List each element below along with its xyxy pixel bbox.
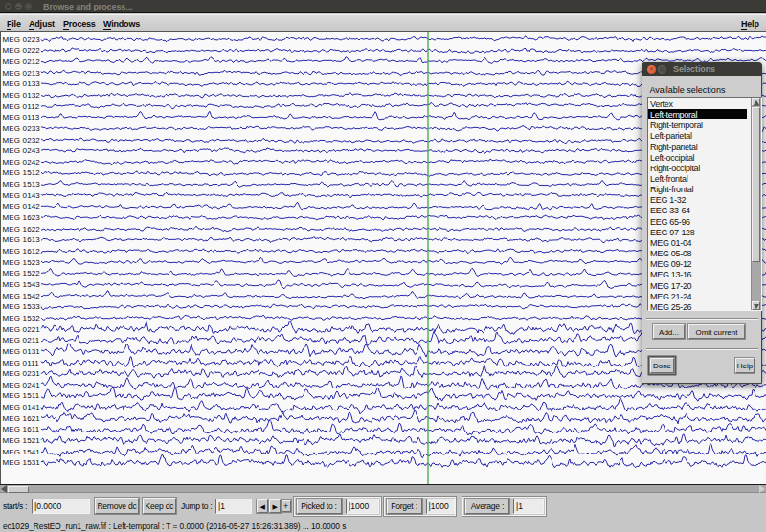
svg-text:MEG 0233: MEG 0233 (3, 124, 41, 133)
svg-text:MEG 0231: MEG 0231 (3, 369, 41, 378)
svg-text:MEG 1622: MEG 1622 (3, 225, 41, 233)
svg-text:MEG 0113: MEG 0113 (3, 113, 40, 122)
svg-text:MEG 1511: MEG 1511 (3, 391, 40, 400)
svg-text:MEG 1621: MEG 1621 (3, 414, 41, 423)
svg-text:MEG 0141: MEG 0141 (3, 403, 41, 411)
svg-text:MEG 0242: MEG 0242 (3, 158, 41, 166)
svg-text:MEG 0131: MEG 0131 (3, 347, 41, 356)
svg-text:MEG 0213: MEG 0213 (3, 69, 41, 78)
svg-text:MEG 1613: MEG 1613 (3, 235, 41, 244)
svg-text:MEG 1611: MEG 1611 (3, 425, 40, 433)
svg-text:MEG 1612: MEG 1612 (3, 247, 41, 255)
svg-text:MEG 0212: MEG 0212 (3, 57, 41, 66)
svg-text:MEG 1542: MEG 1542 (3, 292, 41, 300)
svg-text:MEG 1623: MEG 1623 (3, 213, 41, 222)
svg-text:MEG 1532: MEG 1532 (3, 314, 41, 322)
svg-text:MEG 1522: MEG 1522 (3, 269, 41, 277)
svg-text:MEG 0111: MEG 0111 (3, 359, 40, 367)
svg-text:MEG 0222: MEG 0222 (3, 46, 41, 55)
svg-text:MEG 0112: MEG 0112 (3, 102, 40, 111)
svg-text:MEG 1512: MEG 1512 (3, 168, 41, 177)
svg-text:MEG 0142: MEG 0142 (3, 202, 41, 211)
svg-text:MEG 1523: MEG 1523 (3, 258, 41, 267)
svg-text:MEG 1541: MEG 1541 (3, 448, 41, 456)
svg-text:MEG 1513: MEG 1513 (3, 180, 41, 188)
svg-text:MEG 0232: MEG 0232 (3, 136, 41, 144)
svg-text:MEG 0221: MEG 0221 (3, 325, 41, 334)
svg-text:MEG 1533: MEG 1533 (3, 302, 41, 311)
svg-text:MEG 1521: MEG 1521 (3, 436, 41, 445)
svg-text:MEG 0223: MEG 0223 (3, 35, 41, 44)
svg-text:MEG 0133: MEG 0133 (3, 79, 41, 88)
svg-text:MEG 0241: MEG 0241 (3, 381, 41, 389)
svg-text:MEG 0132: MEG 0132 (3, 91, 41, 100)
svg-text:MEG 0143: MEG 0143 (3, 191, 41, 200)
svg-text:MEG 1543: MEG 1543 (3, 280, 41, 289)
svg-text:MEG 0211: MEG 0211 (3, 336, 40, 344)
svg-text:MEG 1531: MEG 1531 (3, 458, 41, 467)
svg-text:MEG 0243: MEG 0243 (3, 146, 41, 155)
